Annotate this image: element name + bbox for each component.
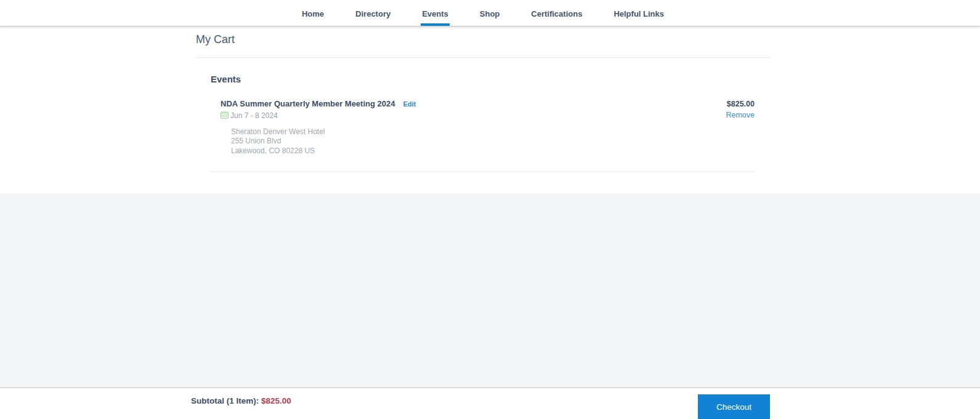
event-date: Jun 7 - 8 2024 bbox=[230, 111, 278, 120]
event-date-row: Jun 7 - 8 2024 bbox=[221, 111, 416, 121]
events-section: Events NDA Summer Quarterly Member Meeti… bbox=[211, 74, 755, 173]
address-line1: 255 Union Blvd bbox=[231, 137, 416, 146]
subtotal-value: $825.00 bbox=[261, 396, 291, 405]
venue-name: Sheraton Denver West Hotel bbox=[231, 127, 416, 137]
nav-item-directory[interactable]: Directory bbox=[354, 0, 392, 26]
page-background-filler bbox=[0, 194, 980, 387]
event-address: Sheraton Denver West Hotel 255 Union Blv… bbox=[231, 127, 416, 156]
title-divider bbox=[196, 57, 770, 58]
event-price: $825.00 bbox=[726, 99, 755, 109]
calendar-icon bbox=[221, 111, 229, 121]
event-name: NDA Summer Quarterly Member Meeting 2024 bbox=[221, 99, 395, 109]
nav-item-certifications[interactable]: Certifications bbox=[530, 0, 583, 26]
nav-item-home[interactable]: Home bbox=[301, 0, 325, 26]
cart-item-price-block: $825.00 Remove bbox=[726, 99, 755, 120]
page-title: My Cart bbox=[196, 26, 770, 47]
top-navigation: Home Directory Events Shop Certification… bbox=[0, 0, 980, 26]
cart-item-details: NDA Summer Quarterly Member Meeting 2024… bbox=[221, 99, 416, 156]
nav-links: Home Directory Events Shop Certification… bbox=[196, 0, 770, 26]
address-line2: Lakewood, CO 80228 US bbox=[231, 146, 416, 156]
subtotal-text: Subtotal (1 Item): $825.00 bbox=[191, 396, 291, 405]
subtotal-label: Subtotal (1 Item): bbox=[191, 396, 261, 405]
checkout-button[interactable]: Checkout bbox=[698, 394, 770, 419]
nav-item-helpful-links[interactable]: Helpful Links bbox=[612, 0, 665, 26]
events-section-title: Events bbox=[211, 74, 755, 84]
cart-page: My Cart Events NDA Summer Quarterly Memb… bbox=[0, 26, 980, 194]
cart-item-row: NDA Summer Quarterly Member Meeting 2024… bbox=[211, 99, 755, 156]
subtotal-bar: Subtotal (1 Item): $825.00 Checkout bbox=[0, 387, 980, 419]
nav-item-events[interactable]: Events bbox=[421, 0, 450, 26]
cart-container: My Cart Events NDA Summer Quarterly Memb… bbox=[196, 26, 770, 172]
nav-item-shop[interactable]: Shop bbox=[479, 0, 501, 26]
item-divider bbox=[211, 171, 755, 172]
edit-link[interactable]: Edit bbox=[403, 100, 416, 108]
remove-link[interactable]: Remove bbox=[726, 111, 755, 119]
